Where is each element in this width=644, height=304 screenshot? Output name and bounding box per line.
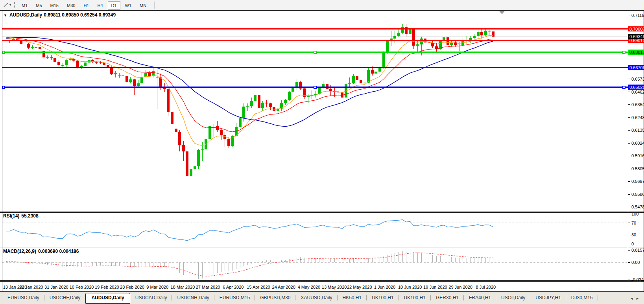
candle-body: [258, 95, 260, 108]
candle-body: [220, 130, 223, 135]
candle-body: [360, 80, 362, 83]
timeframe-button-m30[interactable]: M30: [63, 1, 79, 10]
macd-indicator-label: MACD(12,26,9)0.003690 0.004186: [3, 249, 81, 254]
candle-body: [480, 32, 483, 35]
timeframe-button-m15[interactable]: M15: [47, 1, 62, 10]
price-tick-label: 0.71190: [631, 13, 644, 18]
candle-body: [190, 169, 192, 176]
tab-scroll-right-icon[interactable]: ►: [636, 297, 642, 300]
chart-tab-usdchf-daily-1[interactable]: USDCHF,Daily: [44, 293, 86, 304]
chart-tab-bar: EURUSD,DailyUSDCHF,DailyAUDUSD,DailyUSDC…: [0, 291, 644, 304]
chart-tab-usdcnh-daily-4[interactable]: USDCNH,Daily: [172, 293, 214, 304]
candle-body: [371, 70, 374, 74]
hline-handle[interactable]: [314, 51, 316, 53]
candle-body: [133, 79, 136, 86]
candle-body: [378, 68, 381, 72]
chart-tab-usoil-daily-13[interactable]: USOil,Daily: [496, 293, 530, 304]
chart-tab-dj30-m15-15[interactable]: DJ30,M15: [566, 293, 598, 304]
tab-scroll-arrows[interactable]: ◄►: [630, 297, 642, 300]
timeframe-button-h4[interactable]: H4: [94, 1, 106, 10]
candle-body: [61, 65, 64, 66]
candle-body: [137, 83, 140, 86]
hline-handle[interactable]: [623, 51, 625, 53]
chart-menu-icon[interactable]: ▼: [4, 13, 7, 17]
timeframe-button-h1[interactable]: H1: [80, 1, 92, 10]
candle-body: [412, 29, 415, 46]
candle-body: [27, 44, 30, 48]
rsi-tick-label: 100: [631, 212, 638, 216]
chart-tab-usdcad-daily-3[interactable]: USDCAD,Daily: [130, 293, 172, 304]
timeframe-button-mn[interactable]: MN: [136, 1, 150, 10]
price-tick-label: 0.60240: [631, 141, 644, 146]
chart-tab-fra40-h1-12[interactable]: FRA40,H1: [464, 293, 496, 304]
chart-canvas[interactable]: 0.711900.679200.657300.646200.635400.624…: [0, 10, 644, 291]
chart-title-ohlc: 0.69811 0.69850 0.69254 0.69349: [44, 12, 116, 18]
candle-body: [182, 145, 185, 151]
hline-handle[interactable]: [2, 86, 5, 88]
rsi-value: 55.2308: [21, 213, 38, 219]
candle-body: [473, 36, 476, 38]
rsi-tick-label: 70: [631, 221, 636, 225]
candle-body: [76, 61, 79, 67]
price-tick-label: 0.64620: [631, 90, 644, 94]
price-tick-label: 0.56970: [631, 179, 644, 184]
timeframe-button-m5[interactable]: M5: [32, 1, 45, 10]
candle-body: [348, 83, 351, 84]
price-tick-label: 0.62430: [631, 115, 644, 120]
hline-handle[interactable]: [314, 86, 316, 88]
candle-body: [307, 96, 310, 97]
candle-body: [65, 60, 68, 65]
price-tick-label: 0.59160: [631, 153, 644, 158]
candle-body: [242, 107, 245, 118]
date-label: 10 Feb 2020: [70, 285, 94, 289]
macd-name: MACD(12,26,9): [3, 249, 36, 254]
candle-body: [484, 31, 487, 35]
candle-body: [20, 41, 22, 44]
candle-body: [326, 84, 328, 89]
chart-tab-uk100-h1-9[interactable]: UK100,H1: [367, 293, 399, 304]
chart-tab-hk50-h1-8[interactable]: HK50,H1: [338, 293, 367, 304]
date-label: 6 Apr 2020: [223, 285, 244, 289]
candle-body: [171, 112, 173, 125]
timeframes-toolbar: ▾ M1M5M15M30H1H4D1W1MN: [0, 0, 644, 10]
date-label: 4 May 2020: [298, 285, 320, 289]
candle-body: [35, 47, 37, 48]
price-tick-label: 0.58050: [631, 166, 644, 171]
chart-tab-usdjpy-h1-14[interactable]: USDJPY,H1: [530, 293, 566, 304]
chart-tab-gbpusd-m30-6[interactable]: GBPUSD,M30: [255, 293, 295, 304]
candle-body: [69, 59, 72, 60]
date-label: 8 Jul 2020: [476, 285, 496, 289]
candle-body: [250, 101, 253, 106]
candle-body: [197, 150, 200, 166]
tab-scroll-left-icon[interactable]: ◄: [630, 297, 636, 300]
timeframe-buttons: M1M5M15M30H1H4D1W1MN: [18, 2, 151, 9]
hline-handle[interactable]: [2, 51, 5, 53]
candle-body: [114, 73, 117, 75]
candle-body: [118, 76, 121, 76]
candle-body: [227, 139, 230, 146]
rsi-name: RSI(14): [3, 213, 19, 219]
candle-body: [212, 126, 215, 126]
candle-body: [488, 31, 491, 31]
candle-body: [431, 43, 434, 46]
chart-tab-ger30-h1-11[interactable]: GER30,H1: [431, 293, 464, 304]
rsi-indicator-label: RSI(14)55.2308: [3, 213, 41, 219]
tool-caret-icon[interactable]: ▾: [9, 3, 11, 7]
price-badge-label: 0.66706: [629, 65, 644, 70]
timeframe-button-m1[interactable]: M1: [18, 1, 31, 10]
toolbar-grip[interactable]: [14, 2, 15, 8]
chart-tab-audusd-daily-2[interactable]: AUDUSD,Daily: [85, 293, 130, 304]
date-label: 28 Feb 2020: [120, 285, 144, 289]
chart-tab-uk100-h1-10[interactable]: UK100,H1: [399, 293, 431, 304]
date-axis: 13 Jan 202022 Jan 202031 Jan 202010 Feb …: [3, 285, 496, 289]
drawing-tool-icon[interactable]: [2, 2, 9, 9]
candle-body: [364, 83, 366, 83]
candle-body: [356, 76, 358, 80]
hline-handle[interactable]: [623, 86, 625, 88]
candle-body: [246, 106, 249, 107]
chart-tab-eurusd-daily-0[interactable]: EURUSD,Daily: [2, 293, 44, 304]
timeframe-button-d1[interactable]: D1: [108, 1, 120, 10]
chart-tab-eurusd-m15-5[interactable]: EURUSD,M15: [214, 293, 255, 304]
chart-tab-xauusd-daily-7[interactable]: XAUUSD,Daily: [295, 293, 337, 304]
timeframe-button-w1[interactable]: W1: [122, 1, 135, 10]
